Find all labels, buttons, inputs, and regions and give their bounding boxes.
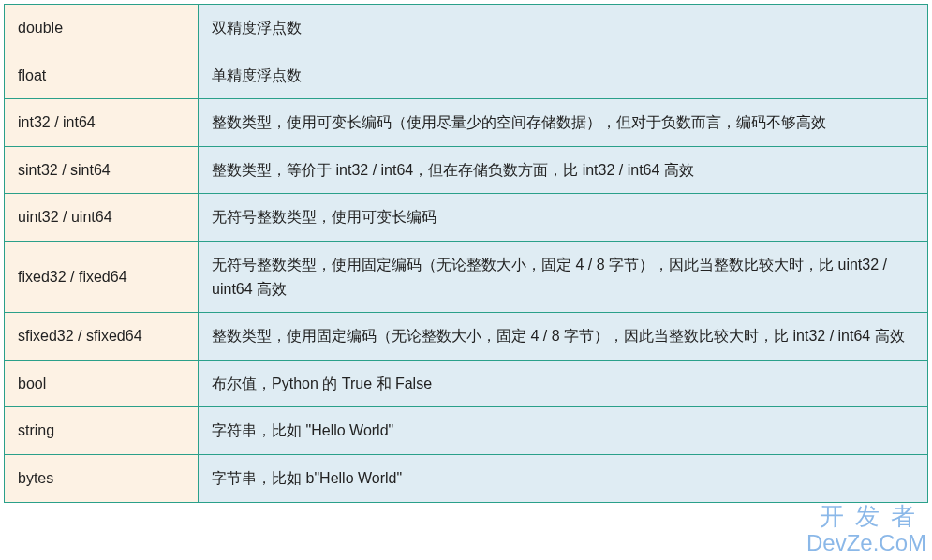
type-cell: bool	[5, 360, 199, 407]
table-row: sfixed32 / sfixed64 整数类型，使用固定编码（无论整数大小，固…	[5, 313, 928, 361]
desc-cell: 双精度浮点数	[199, 5, 928, 52]
type-cell: fixed32 / fixed64	[5, 241, 199, 312]
table-row: fixed32 / fixed64 无符号整数类型，使用固定编码（无论整数大小，…	[5, 241, 928, 312]
table-row: sint32 / sint64 整数类型，等价于 int32 / int64，但…	[5, 146, 928, 194]
table-row: uint32 / uint64 无符号整数类型，使用可变长编码	[5, 194, 928, 242]
desc-cell: 字节串，比如 b"Hello World"	[199, 454, 928, 502]
desc-cell: 布尔值，Python 的 True 和 False	[199, 360, 928, 407]
table-row: int32 / int64 整数类型，使用可变长编码（使用尽量少的空间存储数据）…	[5, 99, 928, 147]
watermark-cn: 开发者	[806, 503, 926, 507]
table-row: double 双精度浮点数	[5, 5, 928, 52]
watermark: 开发者 DevZe.CoM	[806, 503, 926, 507]
type-cell: int32 / int64	[5, 99, 199, 147]
desc-cell: 无符号整数类型，使用可变长编码	[199, 194, 928, 242]
desc-cell: 整数类型，使用可变长编码（使用尽量少的空间存储数据），但对于负数而言，编码不够高…	[199, 99, 928, 147]
type-cell: sint32 / sint64	[5, 146, 199, 194]
table-row: float 单精度浮点数	[5, 52, 928, 99]
type-cell: uint32 / uint64	[5, 194, 199, 242]
desc-cell: 无符号整数类型，使用固定编码（无论整数大小，固定 4 / 8 字节），因此当整数…	[199, 241, 928, 312]
table-row: string 字符串，比如 "Hello World"	[5, 407, 928, 455]
desc-cell: 单精度浮点数	[199, 52, 928, 99]
type-cell: double	[5, 5, 199, 52]
desc-cell: 字符串，比如 "Hello World"	[199, 407, 928, 455]
type-cell: string	[5, 407, 199, 455]
table-row: bool 布尔值，Python 的 True 和 False	[5, 360, 928, 407]
type-cell: float	[5, 52, 199, 99]
table-row: bytes 字节串，比如 b"Hello World"	[5, 454, 928, 502]
desc-cell: 整数类型，等价于 int32 / int64，但在存储负数方面，比 int32 …	[199, 146, 928, 194]
desc-cell: 整数类型，使用固定编码（无论整数大小，固定 4 / 8 字节），因此当整数比较大…	[199, 313, 928, 361]
type-cell: sfixed32 / sfixed64	[5, 313, 199, 361]
type-cell: bytes	[5, 454, 199, 502]
types-table: double 双精度浮点数 float 单精度浮点数 int32 / int64…	[4, 4, 928, 503]
